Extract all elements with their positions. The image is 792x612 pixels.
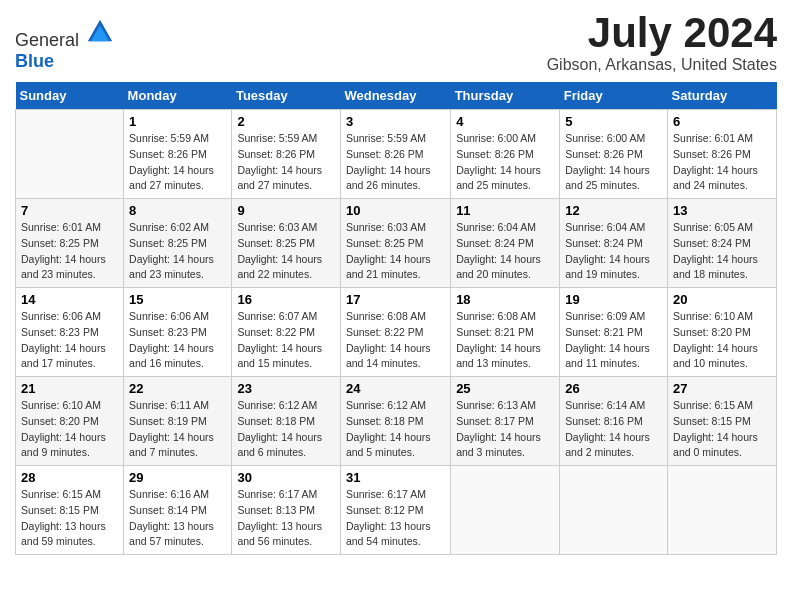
day-info: Sunrise: 6:04 AMSunset: 8:24 PMDaylight:… [565, 220, 662, 283]
calendar-cell: 1Sunrise: 5:59 AMSunset: 8:26 PMDaylight… [124, 110, 232, 199]
day-number: 31 [346, 470, 445, 485]
calendar-cell: 7Sunrise: 6:01 AMSunset: 8:25 PMDaylight… [16, 199, 124, 288]
calendar-cell: 30Sunrise: 6:17 AMSunset: 8:13 PMDayligh… [232, 466, 341, 555]
calendar-cell [16, 110, 124, 199]
day-info: Sunrise: 6:17 AMSunset: 8:12 PMDaylight:… [346, 487, 445, 550]
header-cell-saturday: Saturday [668, 82, 777, 110]
day-number: 30 [237, 470, 335, 485]
day-info: Sunrise: 6:09 AMSunset: 8:21 PMDaylight:… [565, 309, 662, 372]
day-number: 23 [237, 381, 335, 396]
calendar-cell: 21Sunrise: 6:10 AMSunset: 8:20 PMDayligh… [16, 377, 124, 466]
day-info: Sunrise: 6:12 AMSunset: 8:18 PMDaylight:… [346, 398, 445, 461]
calendar-cell [451, 466, 560, 555]
calendar-cell: 22Sunrise: 6:11 AMSunset: 8:19 PMDayligh… [124, 377, 232, 466]
day-info: Sunrise: 6:03 AMSunset: 8:25 PMDaylight:… [237, 220, 335, 283]
calendar-body: 1Sunrise: 5:59 AMSunset: 8:26 PMDaylight… [16, 110, 777, 555]
day-number: 11 [456, 203, 554, 218]
calendar-cell: 31Sunrise: 6:17 AMSunset: 8:12 PMDayligh… [340, 466, 450, 555]
calendar-week-2: 7Sunrise: 6:01 AMSunset: 8:25 PMDaylight… [16, 199, 777, 288]
day-info: Sunrise: 6:06 AMSunset: 8:23 PMDaylight:… [21, 309, 118, 372]
day-info: Sunrise: 6:07 AMSunset: 8:22 PMDaylight:… [237, 309, 335, 372]
day-number: 20 [673, 292, 771, 307]
calendar-cell: 20Sunrise: 6:10 AMSunset: 8:20 PMDayligh… [668, 288, 777, 377]
calendar-cell: 24Sunrise: 6:12 AMSunset: 8:18 PMDayligh… [340, 377, 450, 466]
day-info: Sunrise: 6:00 AMSunset: 8:26 PMDaylight:… [456, 131, 554, 194]
calendar-cell: 10Sunrise: 6:03 AMSunset: 8:25 PMDayligh… [340, 199, 450, 288]
calendar-cell: 8Sunrise: 6:02 AMSunset: 8:25 PMDaylight… [124, 199, 232, 288]
calendar-cell: 25Sunrise: 6:13 AMSunset: 8:17 PMDayligh… [451, 377, 560, 466]
day-info: Sunrise: 6:11 AMSunset: 8:19 PMDaylight:… [129, 398, 226, 461]
day-info: Sunrise: 6:08 AMSunset: 8:21 PMDaylight:… [456, 309, 554, 372]
day-info: Sunrise: 6:17 AMSunset: 8:13 PMDaylight:… [237, 487, 335, 550]
header-cell-wednesday: Wednesday [340, 82, 450, 110]
calendar-cell: 12Sunrise: 6:04 AMSunset: 8:24 PMDayligh… [560, 199, 668, 288]
calendar-cell: 11Sunrise: 6:04 AMSunset: 8:24 PMDayligh… [451, 199, 560, 288]
logo: General Blue [15, 18, 114, 72]
day-number: 1 [129, 114, 226, 129]
day-number: 26 [565, 381, 662, 396]
day-info: Sunrise: 6:00 AMSunset: 8:26 PMDaylight:… [565, 131, 662, 194]
calendar-cell: 17Sunrise: 6:08 AMSunset: 8:22 PMDayligh… [340, 288, 450, 377]
day-info: Sunrise: 6:15 AMSunset: 8:15 PMDaylight:… [673, 398, 771, 461]
day-number: 14 [21, 292, 118, 307]
day-info: Sunrise: 6:03 AMSunset: 8:25 PMDaylight:… [346, 220, 445, 283]
day-number: 5 [565, 114, 662, 129]
day-info: Sunrise: 5:59 AMSunset: 8:26 PMDaylight:… [346, 131, 445, 194]
calendar-cell: 2Sunrise: 5:59 AMSunset: 8:26 PMDaylight… [232, 110, 341, 199]
calendar-cell: 29Sunrise: 6:16 AMSunset: 8:14 PMDayligh… [124, 466, 232, 555]
calendar-cell: 9Sunrise: 6:03 AMSunset: 8:25 PMDaylight… [232, 199, 341, 288]
day-number: 17 [346, 292, 445, 307]
day-info: Sunrise: 6:12 AMSunset: 8:18 PMDaylight:… [237, 398, 335, 461]
day-number: 9 [237, 203, 335, 218]
calendar-cell: 27Sunrise: 6:15 AMSunset: 8:15 PMDayligh… [668, 377, 777, 466]
calendar-week-3: 14Sunrise: 6:06 AMSunset: 8:23 PMDayligh… [16, 288, 777, 377]
day-number: 18 [456, 292, 554, 307]
calendar-table: SundayMondayTuesdayWednesdayThursdayFrid… [15, 82, 777, 555]
calendar-cell: 6Sunrise: 6:01 AMSunset: 8:26 PMDaylight… [668, 110, 777, 199]
calendar-cell: 16Sunrise: 6:07 AMSunset: 8:22 PMDayligh… [232, 288, 341, 377]
calendar-cell: 28Sunrise: 6:15 AMSunset: 8:15 PMDayligh… [16, 466, 124, 555]
title-area: July 2024 Gibson, Arkansas, United State… [547, 10, 777, 74]
logo-general-text: General [15, 30, 79, 50]
day-info: Sunrise: 6:10 AMSunset: 8:20 PMDaylight:… [21, 398, 118, 461]
page-title: July 2024 [547, 10, 777, 56]
day-info: Sunrise: 6:02 AMSunset: 8:25 PMDaylight:… [129, 220, 226, 283]
header-cell-tuesday: Tuesday [232, 82, 341, 110]
day-number: 10 [346, 203, 445, 218]
day-info: Sunrise: 5:59 AMSunset: 8:26 PMDaylight:… [129, 131, 226, 194]
day-number: 6 [673, 114, 771, 129]
calendar-cell: 23Sunrise: 6:12 AMSunset: 8:18 PMDayligh… [232, 377, 341, 466]
day-number: 27 [673, 381, 771, 396]
page-subtitle: Gibson, Arkansas, United States [547, 56, 777, 74]
day-number: 22 [129, 381, 226, 396]
calendar-cell [560, 466, 668, 555]
calendar-cell [668, 466, 777, 555]
day-number: 21 [21, 381, 118, 396]
header: General Blue July 2024 Gibson, Arkansas,… [15, 10, 777, 74]
day-number: 7 [21, 203, 118, 218]
day-number: 29 [129, 470, 226, 485]
calendar-cell: 5Sunrise: 6:00 AMSunset: 8:26 PMDaylight… [560, 110, 668, 199]
header-cell-sunday: Sunday [16, 82, 124, 110]
day-info: Sunrise: 5:59 AMSunset: 8:26 PMDaylight:… [237, 131, 335, 194]
day-number: 4 [456, 114, 554, 129]
day-info: Sunrise: 6:01 AMSunset: 8:25 PMDaylight:… [21, 220, 118, 283]
calendar-cell: 13Sunrise: 6:05 AMSunset: 8:24 PMDayligh… [668, 199, 777, 288]
day-number: 3 [346, 114, 445, 129]
header-cell-friday: Friday [560, 82, 668, 110]
calendar-week-5: 28Sunrise: 6:15 AMSunset: 8:15 PMDayligh… [16, 466, 777, 555]
calendar-cell: 18Sunrise: 6:08 AMSunset: 8:21 PMDayligh… [451, 288, 560, 377]
day-number: 19 [565, 292, 662, 307]
day-number: 12 [565, 203, 662, 218]
day-number: 25 [456, 381, 554, 396]
day-info: Sunrise: 6:04 AMSunset: 8:24 PMDaylight:… [456, 220, 554, 283]
day-info: Sunrise: 6:01 AMSunset: 8:26 PMDaylight:… [673, 131, 771, 194]
calendar-cell: 14Sunrise: 6:06 AMSunset: 8:23 PMDayligh… [16, 288, 124, 377]
calendar-week-1: 1Sunrise: 5:59 AMSunset: 8:26 PMDaylight… [16, 110, 777, 199]
day-number: 15 [129, 292, 226, 307]
day-number: 24 [346, 381, 445, 396]
day-number: 13 [673, 203, 771, 218]
header-row: SundayMondayTuesdayWednesdayThursdayFrid… [16, 82, 777, 110]
header-cell-thursday: Thursday [451, 82, 560, 110]
day-info: Sunrise: 6:14 AMSunset: 8:16 PMDaylight:… [565, 398, 662, 461]
